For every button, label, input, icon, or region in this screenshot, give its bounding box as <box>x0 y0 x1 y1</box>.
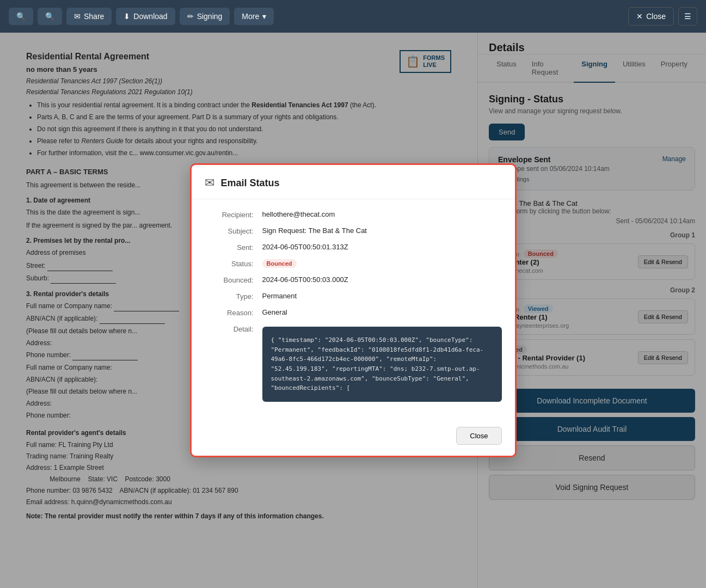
search-button[interactable]: 🔍 <box>9 8 33 25</box>
bounced-label: Bounced: <box>205 275 254 284</box>
reason-label: Reason: <box>205 308 254 317</box>
recipient-label: Recipient: <box>205 210 254 219</box>
modal-close-button[interactable]: Close <box>456 427 501 445</box>
type-row: Type: Permanent <box>205 292 502 301</box>
subject-row: Subject: Sign Request: The Bat & The Cat <box>205 226 502 235</box>
close-button[interactable]: ✕ Close <box>628 7 674 26</box>
more-button[interactable]: More ▾ <box>234 8 274 25</box>
toolbar: 🔍 🔍 ✉ Share ⬇ Download ✏ Signing More ▾ … <box>0 0 706 33</box>
zoom-icon: 🔍 <box>45 12 54 21</box>
email-icon: ✉ <box>205 176 214 190</box>
status-label: Status: <box>205 259 254 268</box>
menu-icon: ☰ <box>684 12 691 21</box>
modal-header: ✉ Email Status <box>192 165 515 199</box>
download-icon: ⬇ <box>124 12 130 21</box>
sent-row: Sent: 2024-06-05T00:50:01.313Z <box>205 243 502 252</box>
share-icon: ✉ <box>74 12 81 21</box>
more-chevron-icon: ▾ <box>262 12 266 21</box>
share-button[interactable]: ✉ Share <box>66 8 112 25</box>
modal-overlay: ✉ Email Status Recipient: hellothere@the… <box>0 33 706 588</box>
close-icon: ✕ <box>636 12 643 21</box>
subject-value: Sign Request: The Bat & The Cat <box>262 226 367 235</box>
reason-value: General <box>262 308 287 316</box>
download-label: Download <box>133 12 167 21</box>
modal-footer: Close <box>192 420 515 456</box>
download-button[interactable]: ⬇ Download <box>116 8 175 25</box>
signing-label: Signing <box>197 12 223 21</box>
detail-code: { "timestamp": "2024-06-05T00:50:03.000Z… <box>262 327 502 402</box>
status-row: Status: Bounced <box>205 259 502 268</box>
signing-icon: ✏ <box>187 12 194 21</box>
modal-body: Recipient: hellothere@thecat.com Subject… <box>192 199 515 420</box>
search-icon: 🔍 <box>16 12 26 21</box>
menu-button[interactable]: ☰ <box>678 7 697 26</box>
share-label: Share <box>84 12 104 21</box>
recipient-row: Recipient: hellothere@thecat.com <box>205 210 502 219</box>
modal-title: Email Status <box>221 177 280 189</box>
detail-label: Detail: <box>205 324 254 333</box>
reason-row: Reason: General <box>205 308 502 317</box>
subject-label: Subject: <box>205 226 254 235</box>
zoom-button[interactable]: 🔍 <box>38 8 62 25</box>
status-badge: Bounced <box>262 259 297 268</box>
bounced-row: Bounced: 2024-06-05T00:50:03.000Z <box>205 275 502 284</box>
close-label: Close <box>646 12 666 21</box>
more-label: More <box>242 12 259 21</box>
sent-value: 2024-06-05T00:50:01.313Z <box>262 243 348 251</box>
email-status-modal: ✉ Email Status Recipient: hellothere@the… <box>190 163 517 457</box>
bounced-value: 2024-06-05T00:50:03.000Z <box>262 275 348 284</box>
type-value: Permanent <box>262 292 297 300</box>
detail-row: Detail: { "timestamp": "2024-06-05T00:50… <box>205 324 502 402</box>
sent-label: Sent: <box>205 243 254 252</box>
status-value: Bounced <box>262 259 297 268</box>
recipient-value: hellothere@thecat.com <box>262 210 335 218</box>
signing-button[interactable]: ✏ Signing <box>180 8 230 25</box>
toolbar-right: ✕ Close ☰ <box>628 7 697 26</box>
type-label: Type: <box>205 292 254 301</box>
